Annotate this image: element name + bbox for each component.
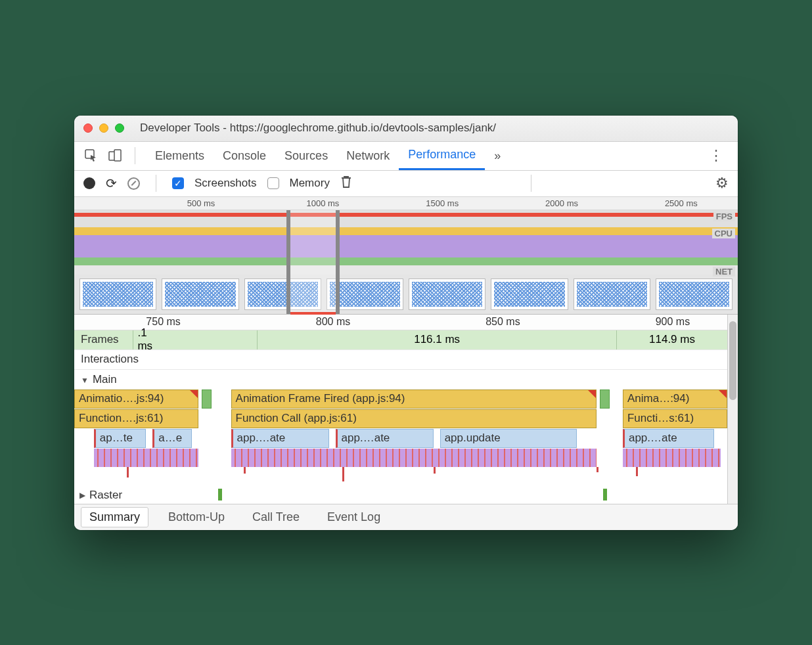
screenshots-checkbox[interactable]: ✓	[172, 177, 184, 189]
ruler-tick: 500 ms	[187, 198, 215, 208]
net-label: NET	[713, 267, 735, 277]
flame-tail	[597, 467, 598, 472]
flame-tail	[434, 467, 436, 474]
collapse-icon[interactable]: ▼	[81, 376, 89, 385]
fps-bar	[74, 213, 738, 217]
overview-pane[interactable]: 500 ms1000 ms1500 ms2000 ms2500 ms FPS C…	[74, 197, 738, 315]
settings-icon[interactable]: ⚙	[715, 175, 729, 192]
flame-chart[interactable]: Animatio….js:94)Animation Frame Fired (a…	[74, 389, 727, 487]
scrollbar-thumb[interactable]	[729, 321, 736, 400]
panel-tabs: ElementsConsoleSourcesNetworkPerformance…	[74, 142, 738, 171]
fps-lane[interactable]: FPS	[74, 210, 738, 227]
raster-row[interactable]: ▶ Raster	[74, 487, 727, 504]
net-lane[interactable]: NET	[74, 265, 738, 275]
screenshots-label: Screenshots	[194, 177, 257, 190]
tab-elements[interactable]: Elements	[146, 141, 214, 170]
frames-row[interactable]: Frames .1 ms116.1 ms114.9 ms	[74, 330, 727, 350]
flame-micro[interactable]	[623, 449, 721, 467]
memory-label: Memory	[290, 177, 330, 190]
fps-label: FPS	[713, 211, 735, 221]
bottom-tab-call-tree[interactable]: Call Tree	[244, 508, 307, 527]
flame-bar[interactable]: app.…ate	[231, 429, 329, 448]
close-icon[interactable]	[83, 123, 93, 133]
device-toolbar-icon[interactable]	[106, 146, 124, 165]
overview-ruler[interactable]: 500 ms1000 ms1500 ms2000 ms2500 ms	[74, 197, 738, 210]
flame-tail	[636, 467, 638, 476]
flame-bar[interactable]: Animation Frame Fired (app.js:94)	[231, 389, 597, 409]
interactions-row[interactable]: Interactions	[74, 350, 727, 370]
zoom-icon[interactable]	[115, 123, 124, 133]
flame-bar[interactable]: a…e	[152, 429, 192, 448]
minimize-icon[interactable]	[99, 123, 108, 133]
raster-bar[interactable]	[603, 489, 607, 500]
reload-icon[interactable]: ⟳	[106, 175, 117, 191]
flame-micro[interactable]	[231, 449, 597, 467]
inspect-element-icon[interactable]	[82, 146, 101, 165]
ruler-tick: 900 ms	[656, 316, 690, 328]
menu-icon[interactable]: ⋮	[702, 147, 730, 164]
filmstrip-thumb[interactable]	[79, 278, 156, 310]
filmstrip-thumb[interactable]	[491, 278, 568, 310]
ruler-tick: 750 ms	[146, 316, 180, 328]
filmstrip-thumb[interactable]	[162, 278, 238, 310]
perf-toolbar: ⟳ ✓ Screenshots Memory ⚙	[74, 171, 738, 197]
filmstrip-thumb[interactable]	[656, 278, 733, 310]
flame-bar[interactable]: app.…ate	[336, 429, 434, 448]
ruler-tick: 1000 ms	[307, 198, 340, 208]
raster-label: Raster	[89, 489, 122, 502]
frame-duration[interactable]: 114.9 ms	[616, 330, 727, 349]
flame-tail	[244, 467, 246, 474]
filmstrip[interactable]	[74, 275, 738, 314]
flame-bar[interactable]: app.…ate	[623, 429, 714, 448]
scrollbar[interactable]	[727, 315, 738, 504]
expand-icon[interactable]: ▶	[79, 491, 85, 500]
separator	[135, 147, 135, 164]
titlebar: Developer Tools - https://googlechrome.g…	[74, 116, 738, 142]
frame-duration[interactable]: .1 ms	[133, 330, 146, 349]
flame-bar[interactable]	[202, 389, 212, 409]
flame-bar[interactable]: Animatio….js:94)	[74, 389, 198, 409]
filmstrip-thumb[interactable]	[574, 278, 650, 310]
main-label: Main	[93, 373, 117, 386]
devtools-window: Developer Tools - https://googlechrome.g…	[74, 116, 738, 530]
separator	[531, 175, 531, 192]
frame-duration[interactable]: 116.1 ms	[257, 330, 616, 349]
flame-bar[interactable]: app.update	[440, 429, 577, 448]
cpu-lane[interactable]: CPU	[74, 227, 738, 265]
flame-bar[interactable]: Functi…s:61)	[623, 409, 727, 428]
tab-sources[interactable]: Sources	[275, 141, 337, 170]
record-button[interactable]	[83, 177, 95, 189]
tab-console[interactable]: Console	[214, 141, 275, 170]
clear-icon[interactable]	[127, 177, 140, 190]
interactions-label: Interactions	[74, 353, 145, 366]
ruler-tick: 850 ms	[485, 316, 520, 328]
overview-viewport[interactable]	[286, 210, 340, 314]
bottom-tabs: SummaryBottom-UpCall TreeEvent Log	[74, 504, 738, 530]
flame-bar[interactable]: Function….js:61)	[74, 409, 198, 428]
raster-bar[interactable]	[218, 489, 222, 500]
tab-performance[interactable]: Performance	[399, 141, 485, 170]
flame-bar[interactable]: Anima…:94)	[623, 389, 727, 409]
bottom-tab-summary[interactable]: Summary	[81, 507, 148, 527]
flame-micro[interactable]	[94, 449, 198, 467]
memory-checkbox[interactable]	[267, 177, 279, 189]
flame-bar[interactable]	[600, 389, 610, 409]
flame-tail	[127, 467, 129, 478]
detail-ruler[interactable]: 750 ms800 ms850 ms900 ms	[74, 315, 727, 330]
cpu-label: CPU	[712, 229, 735, 238]
window-controls	[83, 123, 124, 133]
window-title: Developer Tools - https://googlechrome.g…	[140, 122, 496, 135]
flame-bar[interactable]: ap…te	[94, 429, 147, 448]
svg-rect-2	[114, 150, 121, 161]
main-row-header[interactable]: ▼Main	[74, 370, 727, 389]
bottom-tab-event-log[interactable]: Event Log	[319, 508, 388, 527]
ruler-tick: 2500 ms	[665, 198, 698, 208]
tab-network[interactable]: Network	[337, 141, 399, 170]
more-tabs-icon[interactable]: »	[494, 149, 501, 163]
flame-tail	[342, 467, 344, 481]
flame-bar[interactable]: Function Call (app.js:61)	[231, 409, 597, 428]
filmstrip-thumb[interactable]	[409, 278, 485, 310]
trash-icon[interactable]	[340, 175, 352, 192]
bottom-tab-bottom-up[interactable]: Bottom-Up	[160, 508, 233, 527]
separator	[156, 175, 156, 192]
